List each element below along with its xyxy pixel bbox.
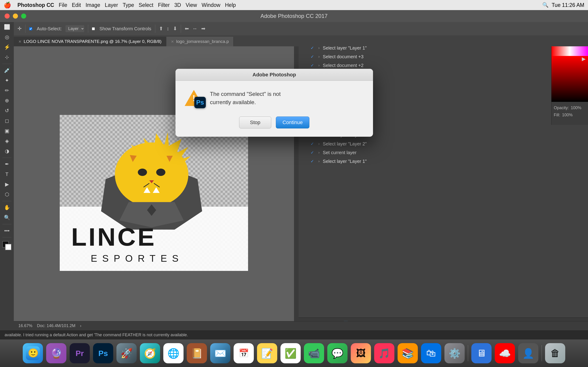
dock-photos[interactable]: 🖼 bbox=[351, 343, 371, 363]
action-chevron-12[interactable]: › bbox=[318, 142, 320, 146]
dodge-tool[interactable]: ◑ bbox=[2, 147, 12, 156]
action-item-14[interactable]: ✓ › Select layer "Layer 1" bbox=[299, 157, 588, 166]
tab-close-lince[interactable]: ✕ bbox=[18, 40, 21, 44]
filter-menu[interactable]: Filter bbox=[158, 2, 170, 8]
image-menu[interactable]: Image bbox=[86, 2, 100, 8]
svg-point-4 bbox=[138, 169, 147, 176]
align-top-icon[interactable]: ⬆ bbox=[159, 26, 163, 32]
dialog-message-line2: currently available. bbox=[210, 99, 256, 105]
action-chevron-2[interactable]: › bbox=[318, 55, 320, 59]
dock-chrome[interactable]: 🌐 bbox=[163, 343, 183, 363]
brush-tool[interactable]: ✏ bbox=[2, 86, 12, 95]
eraser-tool[interactable]: ◻ bbox=[2, 116, 12, 125]
stop-button[interactable]: Stop bbox=[239, 117, 271, 128]
action-chevron-1[interactable]: › bbox=[318, 46, 320, 50]
shape-tool[interactable]: ⬡ bbox=[2, 190, 12, 199]
continue-button[interactable]: Continue bbox=[276, 117, 309, 128]
action-chevron-14[interactable]: › bbox=[318, 159, 320, 163]
type-tool[interactable]: T bbox=[2, 170, 12, 179]
blur-tool[interactable]: ◈ bbox=[2, 136, 12, 146]
3d-menu[interactable]: 3D bbox=[174, 2, 181, 8]
close-button[interactable] bbox=[5, 14, 10, 19]
minimize-button[interactable] bbox=[13, 14, 18, 19]
opacity-value[interactable]: 100% bbox=[571, 106, 581, 110]
dock-creative-cloud[interactable]: ☁️ bbox=[495, 343, 515, 363]
align-left-icon[interactable]: ⬅ bbox=[185, 26, 189, 32]
align-bottom-icon[interactable]: ⬇ bbox=[173, 26, 177, 32]
show-transform-checkbox[interactable] bbox=[92, 27, 95, 30]
apple-menu[interactable]: 🍎 bbox=[4, 2, 11, 9]
quick-select-tool[interactable]: ⚡ bbox=[2, 43, 12, 52]
maximize-button[interactable] bbox=[21, 14, 26, 19]
dock-finder[interactable]: 🙂 bbox=[23, 343, 43, 363]
dock-user[interactable]: 👤 bbox=[518, 343, 538, 363]
menu-bar: 🍎 Photoshop CC File Edit Image Layer Typ… bbox=[0, 0, 588, 10]
view-menu[interactable]: View bbox=[186, 2, 197, 8]
dock-photoshop[interactable]: Ps bbox=[93, 343, 113, 363]
pen-tool[interactable]: ✒ bbox=[2, 160, 12, 169]
dock-teamviewer[interactable]: 🖥 bbox=[471, 343, 492, 363]
status-arrow[interactable]: › bbox=[80, 323, 81, 328]
align-center-v-icon[interactable]: ↕ bbox=[167, 26, 169, 32]
action-chevron-3[interactable]: › bbox=[318, 63, 320, 67]
more-tools[interactable]: ••• bbox=[2, 226, 12, 235]
marquee-tool[interactable]: ⬜ bbox=[2, 23, 12, 32]
align-right-icon[interactable]: ➡ bbox=[201, 26, 205, 32]
zoom-tool[interactable]: 🔍 bbox=[2, 213, 12, 222]
dock-siri[interactable]: 🔮 bbox=[46, 343, 66, 363]
dock-trash[interactable]: 🗑 bbox=[545, 343, 565, 363]
edit-menu[interactable]: Edit bbox=[72, 2, 81, 8]
auto-select-dropdown[interactable]: Layer bbox=[65, 25, 84, 32]
dock-ibooks[interactable]: 📚 bbox=[398, 343, 418, 363]
dock-mail[interactable]: ✉️ bbox=[210, 343, 230, 363]
action-item-2[interactable]: ✓ › Select document +3 bbox=[299, 52, 588, 61]
dock-appstore[interactable]: 🛍 bbox=[421, 343, 441, 363]
fill-value[interactable]: 100% bbox=[562, 113, 573, 117]
action-item-12[interactable]: ✓ › Select layer "Layer 2" bbox=[299, 140, 588, 148]
tab-logo-lince[interactable]: ✕ LOGO LINCE NOVA TRANSPARENTE.png @ 16.… bbox=[14, 37, 166, 46]
select-menu[interactable]: Select bbox=[139, 2, 153, 8]
color-gradient-dark[interactable] bbox=[552, 56, 588, 102]
dock-music[interactable]: 🎵 bbox=[374, 343, 394, 363]
dock-premiere[interactable]: Pr bbox=[69, 343, 90, 363]
align-center-h-icon[interactable]: ↔ bbox=[192, 26, 198, 32]
gradient-tool[interactable]: ▣ bbox=[2, 126, 12, 135]
action-chevron-13[interactable]: › bbox=[318, 150, 320, 155]
dock-safari[interactable]: 🧭 bbox=[140, 343, 160, 363]
hand-tool[interactable]: ✋ bbox=[2, 203, 12, 212]
clone-tool[interactable]: ⊕ bbox=[2, 96, 12, 105]
show-transform-label: Show Transform Controls bbox=[99, 26, 151, 31]
type-menu[interactable]: Type bbox=[123, 2, 134, 8]
crop-tool[interactable]: ⊹ bbox=[2, 53, 12, 62]
healing-tool[interactable]: ✦ bbox=[2, 76, 12, 85]
path-select-tool[interactable]: ▶ bbox=[2, 180, 12, 189]
dock-messages[interactable]: 💬 bbox=[327, 343, 347, 363]
dock-stickies[interactable]: 📝 bbox=[257, 343, 277, 363]
dialog-body: ! Ps The command "Select" is not current… bbox=[175, 81, 373, 117]
eyedropper-tool[interactable]: 💉 bbox=[2, 66, 12, 75]
foreground-color[interactable] bbox=[2, 241, 11, 250]
dock-notes[interactable]: 📔 bbox=[187, 343, 207, 363]
tab-close-jomaressan[interactable]: ✕ bbox=[171, 40, 174, 44]
action-label-2: Select document +3 bbox=[323, 54, 363, 59]
dock-facetime[interactable]: 📹 bbox=[304, 343, 324, 363]
layer-menu[interactable]: Layer bbox=[105, 2, 118, 8]
actions-list[interactable]: ✓ ▼ Logos ✓ › Select document -3 ✓ › Sel… bbox=[299, 24, 588, 317]
action-label-3: Select document +2 bbox=[323, 63, 363, 68]
file-menu[interactable]: File bbox=[59, 2, 67, 8]
history-brush-tool[interactable]: ↺ bbox=[2, 106, 12, 115]
window-menu[interactable]: Window bbox=[202, 2, 221, 8]
action-item-13[interactable]: ✓ › Set current layer bbox=[299, 148, 588, 157]
dock-calendar[interactable]: 📅 bbox=[233, 343, 254, 363]
tab-logo-jomaressan[interactable]: ✕ logo_jomaressan_branca.p bbox=[166, 37, 233, 46]
dock-rocket[interactable]: 🚀 bbox=[116, 343, 137, 363]
dialog-box: Adobe Photoshop ! Ps The command "Select… bbox=[175, 69, 373, 137]
dock-reminders[interactable]: ✅ bbox=[280, 343, 301, 363]
lasso-tool[interactable]: ◎ bbox=[2, 33, 12, 42]
action-item-3[interactable]: ✓ › Select document +2 bbox=[299, 61, 588, 70]
spotlight-icon[interactable]: 🔍 bbox=[542, 2, 548, 8]
dock-sysprefs[interactable]: ⚙️ bbox=[444, 343, 465, 363]
help-menu[interactable]: Help bbox=[225, 2, 236, 8]
app-menu[interactable]: Photoshop CC bbox=[17, 2, 54, 8]
auto-select-checkbox[interactable] bbox=[29, 27, 32, 30]
